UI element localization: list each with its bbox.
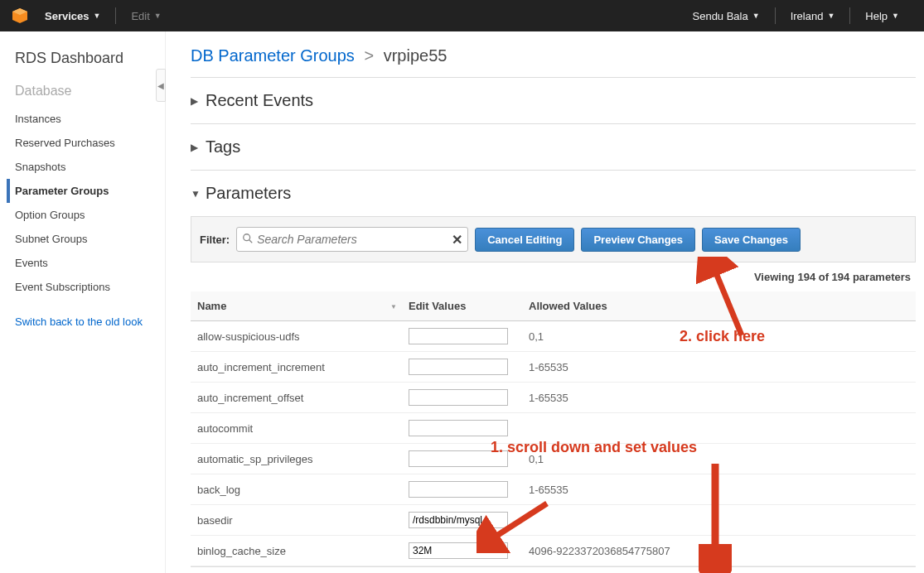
sidebar-item-parameter-groups[interactable]: Parameter Groups	[7, 179, 165, 203]
svg-line-3	[249, 239, 253, 243]
chevron-down-icon: ▼	[752, 12, 760, 20]
triangle-right-icon: ▶	[191, 142, 206, 153]
table-row: back_log1-65535	[191, 474, 916, 505]
sidebar-item-snapshots[interactable]: Snapshots	[15, 155, 165, 179]
services-menu[interactable]: Services ▼	[45, 10, 100, 22]
save-changes-button[interactable]: Save Changes	[702, 228, 801, 252]
param-edit-cell	[402, 413, 522, 444]
table-header-row: Name ▼ Edit Values Allowed Values	[191, 291, 916, 321]
search-icon	[242, 233, 254, 247]
help-label: Help	[865, 10, 888, 22]
section-tags-header[interactable]: ▶ Tags	[191, 124, 916, 170]
edit-menu[interactable]: Edit ▼	[131, 10, 161, 22]
services-label: Services	[45, 10, 89, 22]
sidebar-item-option-groups[interactable]: Option Groups	[15, 203, 165, 227]
triangle-down-icon: ▼	[191, 188, 206, 200]
sidebar-section-label: Database	[15, 84, 165, 99]
preview-changes-button[interactable]: Preview Changes	[581, 228, 695, 252]
page-title: RDS Dashboard	[15, 50, 165, 67]
chevron-down-icon: ▼	[892, 12, 899, 20]
param-name: binlog_cache_size	[191, 536, 402, 566]
table-row: allow-suspicious-udfs0,1	[191, 321, 916, 352]
breadcrumb-parent-link[interactable]: DB Parameter Groups	[191, 46, 355, 65]
param-name: autocommit	[191, 413, 402, 444]
switch-old-look-link[interactable]: Switch back to the old look	[15, 315, 165, 328]
breadcrumb-current: vrpipe55	[384, 46, 447, 65]
section-title: Parameters	[206, 184, 291, 203]
param-value-input[interactable]	[409, 359, 508, 375]
region-menu[interactable]: Ireland ▼	[791, 10, 835, 22]
parameters-table: Name ▼ Edit Values Allowed Values allow-…	[191, 291, 916, 566]
param-value-input[interactable]	[409, 542, 508, 559]
section-title: Tags	[206, 137, 240, 156]
param-edit-cell	[402, 505, 522, 536]
triangle-right-icon: ▶	[191, 95, 206, 107]
col-header-allowed[interactable]: Allowed Values	[522, 291, 916, 321]
param-edit-cell	[402, 352, 522, 383]
chevron-left-icon: ◀	[157, 81, 164, 90]
param-allowed: 1-65535	[522, 352, 916, 383]
user-label: Sendu Bala	[693, 10, 748, 22]
table-row: automatic_sp_privileges0,1	[191, 444, 916, 474]
nav-divider	[115, 7, 116, 24]
param-edit-cell	[402, 444, 522, 474]
param-allowed	[522, 505, 916, 536]
param-edit-cell	[402, 474, 522, 505]
sidebar-item-events[interactable]: Events	[15, 251, 165, 275]
sidebar-item-event-subs[interactable]: Event Subscriptions	[15, 275, 165, 299]
edit-label: Edit	[131, 10, 149, 22]
sidebar-item-subnet-groups[interactable]: Subnet Groups	[15, 227, 165, 251]
cancel-editing-button[interactable]: Cancel Editing	[475, 228, 574, 252]
param-name: auto_increment_offset	[191, 383, 402, 413]
param-allowed	[522, 413, 916, 444]
param-allowed: 1-65535	[522, 383, 916, 413]
filter-label: Filter:	[200, 234, 230, 246]
table-row: auto_increment_increment1-65535	[191, 352, 916, 383]
chevron-down-icon: ▼	[154, 12, 162, 20]
param-name: automatic_sp_privileges	[191, 444, 402, 474]
user-menu[interactable]: Sendu Bala ▼	[693, 10, 760, 22]
section-parameters-header[interactable]: ▼ Parameters	[191, 171, 916, 216]
section-recent-events-header[interactable]: ▶ Recent Events	[191, 78, 916, 123]
param-value-input[interactable]	[409, 481, 508, 498]
sort-caret-icon: ▼	[390, 302, 397, 310]
table-row: auto_increment_offset1-65535	[191, 383, 916, 413]
nav-divider	[775, 7, 776, 24]
param-value-input[interactable]	[409, 420, 508, 436]
aws-logo-icon[interactable]	[10, 6, 30, 26]
table-row: binlog_cache_size4096-922337203685477580…	[191, 536, 916, 566]
param-allowed: 0,1	[522, 444, 916, 474]
search-input[interactable]	[257, 229, 452, 249]
help-menu[interactable]: Help ▼	[865, 10, 899, 22]
breadcrumb: DB Parameter Groups > vrpipe55	[191, 31, 916, 77]
param-edit-cell	[402, 383, 522, 413]
nav-divider	[849, 7, 850, 24]
sidebar: RDS Dashboard Database Instances Reserve…	[0, 31, 166, 573]
param-edit-cell	[402, 536, 522, 566]
param-value-input[interactable]	[409, 450, 508, 467]
viewing-count: Viewing 194 of 194 parameters	[191, 262, 916, 291]
region-label: Ireland	[791, 10, 824, 22]
main-content: DB Parameter Groups > vrpipe55 ▶ Recent …	[166, 31, 924, 573]
col-header-name[interactable]: Name ▼	[191, 291, 402, 321]
param-value-input[interactable]	[409, 389, 508, 406]
param-allowed: 0,1	[522, 321, 916, 352]
search-wrapper: ✕	[236, 227, 468, 252]
clear-search-icon[interactable]: ✕	[452, 232, 462, 248]
filter-bar: Filter: ✕ Cancel Editing Preview Changes…	[191, 216, 916, 262]
col-header-edit[interactable]: Edit Values	[402, 291, 522, 321]
breadcrumb-separator: >	[364, 46, 374, 65]
sidebar-item-reserved[interactable]: Reserved Purchases	[15, 131, 165, 155]
param-allowed: 1-65535	[522, 474, 916, 505]
param-value-input[interactable]	[409, 512, 508, 528]
sidebar-collapse-handle[interactable]: ◀	[156, 69, 166, 102]
param-edit-cell	[402, 321, 522, 352]
svg-point-2	[244, 234, 250, 240]
param-value-input[interactable]	[409, 328, 508, 344]
table-row: autocommit	[191, 413, 916, 444]
chevron-down-icon: ▼	[827, 12, 835, 20]
section-title: Recent Events	[206, 91, 313, 110]
param-name: basedir	[191, 505, 402, 536]
sidebar-item-instances[interactable]: Instances	[15, 107, 165, 131]
chevron-down-icon: ▼	[94, 12, 101, 20]
